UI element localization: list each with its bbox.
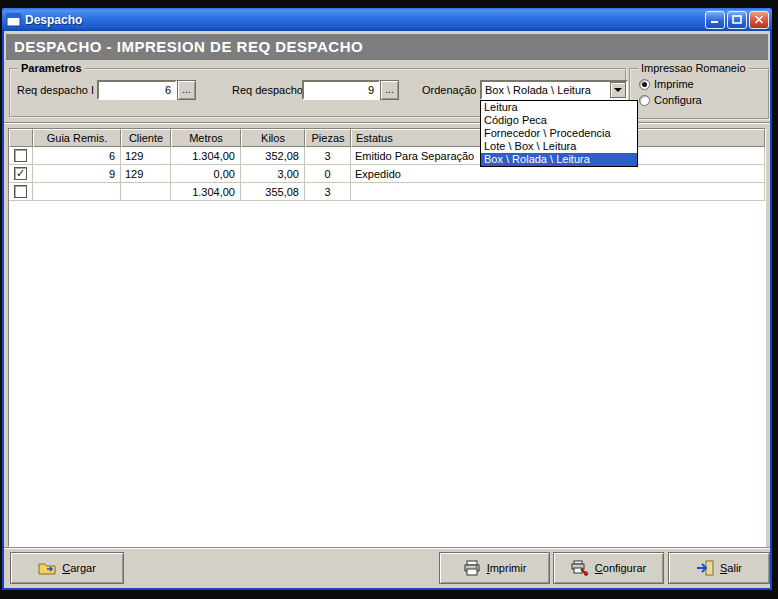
configure-printer-icon <box>571 560 589 576</box>
cell-piezas: 3 <box>305 183 351 201</box>
row-checkbox[interactable] <box>14 185 27 198</box>
cell-cliente: 129 <box>121 165 171 183</box>
ordenacao-dropdown-button[interactable] <box>610 82 626 98</box>
row-checkbox[interactable] <box>14 149 27 162</box>
titlebar[interactable]: Despacho <box>2 8 772 31</box>
app-window: Despacho DESPACHO - IMPRESION DE REQ DES… <box>2 8 772 590</box>
radio-imprime[interactable]: Imprime <box>639 78 694 90</box>
cell-kilos: 355,08 <box>241 183 305 201</box>
window-controls <box>705 11 769 29</box>
load-icon <box>38 561 56 575</box>
column-header-piezas[interactable]: Piezas <box>305 129 351 147</box>
grid-header-row: Guia Remis. Cliente Metros Kilos Piezas … <box>9 129 765 147</box>
app-icon <box>6 13 21 27</box>
salir-label: Salir <box>720 562 742 574</box>
cargar-label: Cargar <box>62 562 96 574</box>
printer-icon <box>463 560 481 576</box>
radio-button-icon <box>639 79 650 90</box>
cell-guia: 9 <box>33 165 121 183</box>
impressao-romaneio-group-label: Impressao Romaneio <box>638 62 749 74</box>
cell-estatus: Expedido <box>351 165 765 183</box>
dropdown-option[interactable]: Lote \ Box \ Leitura <box>481 140 637 153</box>
radio-button-icon <box>639 95 650 106</box>
ordenacao-value: Box \ Rolada \ Leitura <box>482 82 610 98</box>
salir-button[interactable]: Salir <box>668 552 770 584</box>
cell-estatus <box>351 183 765 201</box>
configurar-label: Configurar <box>595 562 646 574</box>
exit-door-icon <box>696 560 714 576</box>
cell-piezas: 3 <box>305 147 351 165</box>
page-title: DESPACHO - IMPRESION DE REQ DESPACHO <box>6 34 768 60</box>
close-icon <box>754 15 764 24</box>
parametros-group-label: Parametros <box>18 62 85 74</box>
horizontal-separator <box>4 547 770 549</box>
ordenacao-label: Ordenação <box>422 80 476 100</box>
minimize-icon <box>710 15 720 24</box>
imprimir-button[interactable]: Imprimir <box>439 552 550 584</box>
cell-metros: 1.304,00 <box>171 147 241 165</box>
dropdown-option[interactable]: Fornecedor \ Procedencia <box>481 127 637 140</box>
column-header-guia[interactable]: Guia Remis. <box>33 129 121 147</box>
horizontal-separator <box>4 122 770 124</box>
table-row-totals[interactable]: 1.304,00 355,08 3 <box>9 183 765 201</box>
req-despacho-f-label: Req despacho F <box>232 80 313 100</box>
minimize-button[interactable] <box>705 11 725 29</box>
table-row[interactable]: 9 129 0,00 3,00 0 Expedido <box>9 165 765 183</box>
row-selector-cell <box>9 165 33 183</box>
req-despacho-f-browse-button[interactable]: ... <box>380 80 399 100</box>
row-checkbox[interactable] <box>14 167 27 180</box>
window-title: Despacho <box>25 13 705 27</box>
cell-cliente <box>121 183 171 201</box>
column-header-metros[interactable]: Metros <box>171 129 241 147</box>
column-header-selector[interactable] <box>9 129 33 147</box>
configurar-button[interactable]: Configurar <box>553 552 664 584</box>
dropdown-option[interactable]: Box \ Rolada \ Leitura <box>481 153 637 166</box>
cell-piezas: 0 <box>305 165 351 183</box>
column-header-cliente[interactable]: Cliente <box>121 129 171 147</box>
chevron-down-icon <box>614 88 622 92</box>
impressao-romaneio-group: Impressao Romaneio Imprime Configura <box>629 68 770 120</box>
cell-guia: 6 <box>33 147 121 165</box>
radio-imprime-label: Imprime <box>654 78 694 90</box>
imprimir-label: Imprimir <box>487 562 527 574</box>
req-despacho-f-input[interactable] <box>302 80 380 100</box>
req-despacho-i-input[interactable] <box>97 80 177 100</box>
req-despacho-i-label: Req despacho I <box>17 80 94 100</box>
dropdown-option[interactable]: Leitura <box>481 101 637 114</box>
cell-kilos: 352,08 <box>241 147 305 165</box>
radio-configura-label: Configura <box>654 94 702 106</box>
cell-metros: 0,00 <box>171 165 241 183</box>
cell-guia <box>33 183 121 201</box>
ordenacao-dropdown-list: Leitura Código Peca Fornecedor \ Procede… <box>480 100 638 167</box>
cell-metros: 1.304,00 <box>171 183 241 201</box>
row-selector-cell <box>9 147 33 165</box>
maximize-button[interactable] <box>727 11 747 29</box>
row-selector-cell <box>9 183 33 201</box>
close-button[interactable] <box>749 11 769 29</box>
column-header-kilos[interactable]: Kilos <box>241 129 305 147</box>
despacho-grid: Guia Remis. Cliente Metros Kilos Piezas … <box>8 128 766 547</box>
maximize-icon <box>732 15 742 24</box>
table-row[interactable]: 6 129 1.304,00 352,08 3 Emitido Para Sep… <box>9 147 765 165</box>
req-despacho-i-browse-button[interactable]: ... <box>177 80 196 100</box>
dropdown-option[interactable]: Código Peca <box>481 114 637 127</box>
ordenacao-combobox[interactable]: Box \ Rolada \ Leitura <box>480 80 628 100</box>
radio-configura[interactable]: Configura <box>639 94 702 106</box>
cell-kilos: 3,00 <box>241 165 305 183</box>
cargar-button[interactable]: Cargar <box>10 552 124 584</box>
cell-cliente: 129 <box>121 147 171 165</box>
